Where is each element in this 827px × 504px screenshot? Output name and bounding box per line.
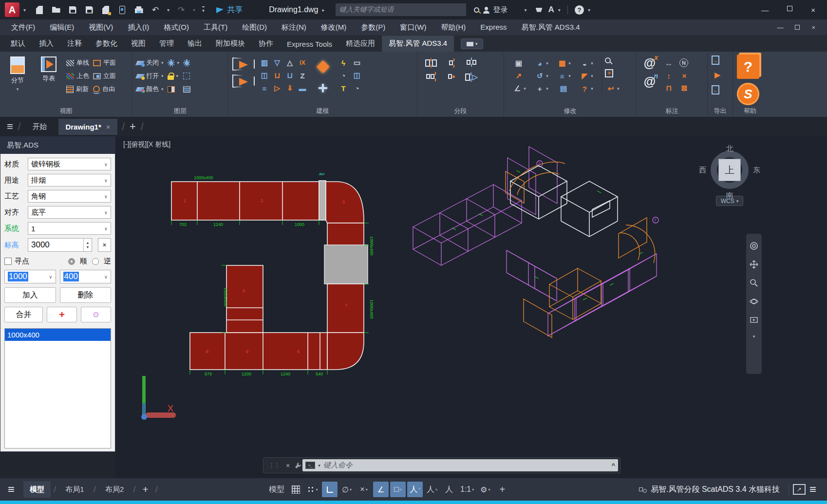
ribbon-tab-default[interactable]: 默认: [4, 36, 32, 52]
ortho-toggle[interactable]: [322, 482, 338, 497]
command-grip-icon[interactable]: ⋮⋮: [265, 462, 282, 469]
layer-off-button[interactable]: 关闭▾: [136, 57, 164, 68]
command-tools-icon[interactable]: [294, 461, 302, 470]
dim-box-icon[interactable]: ⊠: [678, 83, 690, 93]
isoplane-toggle[interactable]: ×▾: [356, 482, 372, 497]
menu-edit[interactable]: 编辑(E): [42, 19, 81, 35]
plus-button[interactable]: +: [47, 307, 77, 322]
compass-east[interactable]: 东: [753, 166, 760, 175]
segment-blue-grid-icon[interactable]: [465, 57, 478, 67]
snap-toggle[interactable]: ▾: [305, 482, 320, 497]
workspace-gear-icon[interactable]: ⚙▾: [477, 482, 493, 497]
save-icon[interactable]: [68, 5, 77, 15]
dim-number-icon[interactable]: N: [679, 58, 688, 67]
duct-star-fitting-icon[interactable]: ◆: [312, 55, 334, 76]
modify-angle-icon[interactable]: ∠▾: [508, 83, 529, 94]
modify-arc-icon[interactable]: ↗: [508, 70, 529, 82]
annotation-scale-icon[interactable]: 人: [441, 482, 457, 497]
reverse-radio[interactable]: [92, 258, 99, 265]
command-close-icon[interactable]: ×: [282, 462, 294, 469]
elevation-input[interactable]: 3000 ▲▼: [28, 238, 92, 252]
login-button[interactable]: 登录: [493, 5, 508, 15]
scale-selector[interactable]: 1:1▾: [458, 482, 476, 497]
layer-expand-button[interactable]: [183, 71, 190, 81]
segment-single-icon[interactable]: [442, 56, 461, 69]
ribbon-tab-express[interactable]: Express Tools: [280, 37, 339, 52]
ribbon-tab-parametric[interactable]: 参数化: [89, 36, 124, 52]
new-layout-button[interactable]: +: [139, 484, 152, 495]
modify-copy-icon[interactable]: ◕▾: [530, 57, 552, 69]
curve-tool-icon[interactable]: ◔: [351, 83, 363, 93]
modify-stretch-icon[interactable]: ◒▾: [575, 57, 597, 69]
segment-grid-icon[interactable]: [421, 70, 441, 83]
publish-icon[interactable]: [117, 5, 127, 15]
menu-tools[interactable]: 工具(T): [196, 19, 235, 35]
material-select[interactable]: 镀锌钢板∨: [28, 158, 111, 170]
compass-ring[interactable]: 上: [711, 151, 749, 189]
layer-isolate-button[interactable]: [168, 84, 180, 94]
shade-button[interactable]: 上色: [66, 71, 89, 81]
layer-freeze-button[interactable]: ▾: [168, 57, 180, 68]
ribbon-display-toggle[interactable]: ▾: [461, 38, 483, 49]
export-table-button[interactable]: 导表: [35, 55, 62, 83]
annotation-visibility-toggle[interactable]: 人°: [407, 482, 423, 497]
undo-caret-icon[interactable]: ▾: [167, 7, 169, 13]
command-input[interactable]: >_ ▾ 键入命令 ^: [302, 459, 618, 471]
ribbon-tab-featured[interactable]: 精选应用: [339, 36, 382, 52]
nav-more-icon[interactable]: ▾: [753, 334, 755, 339]
flash-tool-icon[interactable]: ϟ: [338, 57, 349, 68]
ribbon-tab-collaborate[interactable]: 协作: [252, 36, 280, 52]
search-icon[interactable]: [474, 7, 479, 13]
layer-lock-button[interactable]: ▾: [168, 71, 180, 81]
free-view-button[interactable]: 自由: [93, 84, 116, 94]
pane-tool-icon[interactable]: ◫: [351, 70, 363, 81]
duct-fitting2-icon[interactable]: ▽: [271, 57, 283, 68]
autodesk-caret-icon[interactable]: ▾: [558, 7, 561, 13]
nav-showmotion-icon[interactable]: [750, 316, 758, 324]
new-tab-button[interactable]: +: [130, 120, 136, 133]
nav-orbit-icon[interactable]: [750, 297, 758, 306]
section-view-button[interactable]: 分节 ▾: [4, 55, 31, 92]
undo-icon[interactable]: ↶: [150, 5, 160, 15]
command-expand-icon[interactable]: ^: [611, 462, 615, 469]
child-close-button[interactable]: ×: [811, 24, 815, 31]
delete-button[interactable]: 删除: [60, 287, 112, 303]
model-space-button[interactable]: 模型: [267, 482, 286, 497]
plot-icon[interactable]: [101, 5, 111, 15]
app-menu-caret-icon[interactable]: ▾: [23, 7, 26, 13]
status-customize-icon[interactable]: ≡: [809, 483, 816, 496]
dim-linear-icon[interactable]: ↔: [663, 57, 675, 68]
duct-draw-icon[interactable]: [232, 57, 255, 71]
app-store-cart-icon[interactable]: [536, 8, 543, 12]
tee-tool-icon[interactable]: T: [338, 83, 349, 93]
seek-point-checkbox[interactable]: [4, 258, 12, 265]
ribbon-tab-addins[interactable]: 附加模块: [209, 36, 252, 52]
segment-merge-icon[interactable]: ▷: [465, 72, 478, 82]
layer-thaw-button[interactable]: [183, 57, 190, 68]
title-caret-icon[interactable]: ▸: [322, 7, 325, 13]
child-maximize-button[interactable]: [795, 25, 800, 30]
modify-erase-icon[interactable]: ▣: [508, 57, 529, 69]
help-question-icon[interactable]: ?: [737, 55, 759, 79]
elevation-view-button[interactable]: 立面: [93, 71, 116, 81]
app-logo-icon[interactable]: A: [5, 2, 19, 17]
menu-format[interactable]: 格式(O): [156, 19, 196, 35]
search-input[interactable]: 键入关键字或短语: [336, 3, 466, 16]
system-select[interactable]: 1∨: [28, 222, 111, 235]
command-caret-icon[interactable]: ▾: [318, 463, 320, 468]
maximize-button[interactable]: [787, 6, 792, 11]
tab-drawing1[interactable]: Drawing1* ×: [58, 119, 117, 135]
modify-rotate-icon[interactable]: ↺▾: [530, 70, 552, 82]
dim-elevation-icon[interactable]: ↕: [663, 70, 675, 81]
dim-spiral-n-icon[interactable]: @n: [640, 73, 659, 90]
merge-button[interactable]: 合并: [4, 307, 43, 322]
viewport-controls[interactable]: [-][俯视][X 射线]: [123, 140, 170, 149]
nav-pan-icon[interactable]: [750, 260, 758, 269]
add-button[interactable]: 加入: [4, 287, 56, 303]
dim-spiral-x-icon[interactable]: @x: [640, 55, 659, 71]
single-line-button[interactable]: 单线: [66, 57, 89, 68]
help-caret-icon[interactable]: ▾: [588, 7, 590, 13]
monitor-tool-icon[interactable]: ▭: [351, 57, 363, 68]
export-play-icon[interactable]: ▶: [712, 70, 723, 80]
nav-wheel-icon[interactable]: [750, 242, 758, 250]
